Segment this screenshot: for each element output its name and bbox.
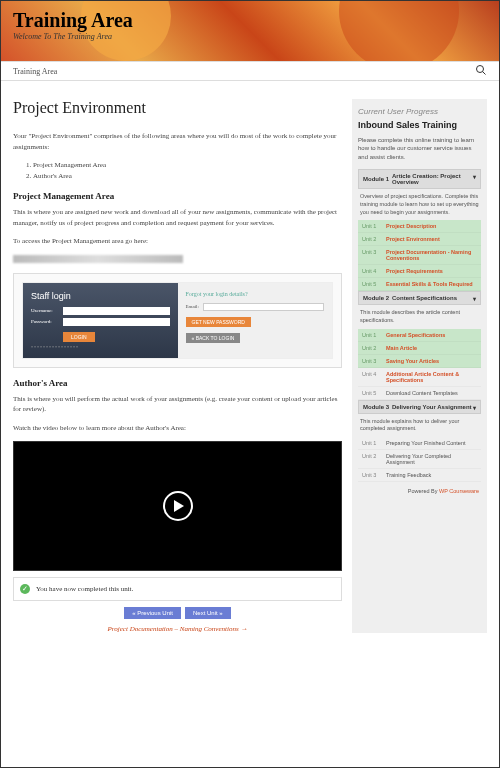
unit-row[interactable]: Unit 3Project Documentation - Naming Con…	[358, 246, 481, 265]
pma-text: This is where you are assigned new work …	[13, 207, 342, 228]
email-input[interactable]	[203, 303, 324, 311]
prev-unit-button[interactable]: « Previous Unit	[124, 607, 181, 619]
powered-link[interactable]: WP Courseware	[439, 488, 479, 494]
caret-icon: ▾	[473, 295, 476, 302]
staff-login-box: Staff login Username: Password: LOGIN * …	[13, 273, 342, 368]
module-desc: This module explains how to deliver your…	[358, 414, 481, 437]
module-header[interactable]: Module 2Content Specifications▾	[358, 291, 481, 305]
pma-access: To access the Project Management area go…	[13, 236, 342, 247]
page-title: Project Environment	[13, 99, 342, 117]
sidebar-label: Current User Progress	[358, 107, 481, 116]
module-desc: This module describes the article conten…	[358, 305, 481, 328]
play-icon[interactable]	[163, 491, 193, 521]
check-icon: ✓	[20, 584, 30, 594]
authors-text: This is where you will perform the actua…	[13, 394, 342, 415]
authors-watch: Watch the video below to learn more abou…	[13, 423, 342, 434]
main-content: Project Environment Your "Project Enviro…	[13, 99, 342, 633]
navbar-link[interactable]: Training Area	[13, 67, 57, 76]
course-intro: Please complete this online training to …	[358, 136, 481, 161]
forgot-panel: Forgot your login details? Email: GET NE…	[178, 283, 333, 358]
authors-heading: Author's Area	[13, 378, 342, 388]
login-button[interactable]: LOGIN	[63, 332, 95, 342]
username-label: Username:	[31, 308, 59, 313]
completion-text: You have now completed this unit.	[36, 585, 133, 593]
site-header: Training Area Welcome To The Training Ar…	[1, 1, 499, 61]
unit-row[interactable]: Unit 2Project Environment	[358, 233, 481, 246]
caret-icon: ▾	[473, 173, 476, 180]
area-list: Project Management Area Author's Area	[13, 160, 342, 181]
search-icon[interactable]	[475, 64, 487, 78]
username-input[interactable]	[63, 307, 170, 315]
unit-row[interactable]: Unit 4Additional Article Content & Speci…	[358, 368, 481, 387]
powered-by: Powered By WP Courseware	[358, 482, 481, 494]
get-password-button[interactable]: GET NEW PASSWORD	[186, 317, 251, 327]
site-title: Training Area	[13, 9, 487, 32]
svg-point-0	[477, 66, 484, 73]
staff-note: * * * * * * * * * * * * * * * *	[31, 345, 170, 350]
pma-link-redacted	[13, 255, 183, 263]
unit-row[interactable]: Unit 1General Specifications	[358, 329, 481, 342]
password-label: Password:	[31, 319, 59, 324]
email-label: Email:	[186, 304, 199, 309]
module-header[interactable]: Module 1Article Creation: Project Overvi…	[358, 169, 481, 189]
next-unit-button[interactable]: Next Unit »	[185, 607, 231, 619]
unit-row[interactable]: Unit 1Preparing Your Finished Content	[358, 437, 481, 450]
unit-row[interactable]: Unit 4Project Requirements	[358, 265, 481, 278]
video-player[interactable]	[13, 441, 342, 571]
back-button[interactable]: « BACK TO LOGIN	[186, 333, 241, 343]
forgot-link[interactable]: Forgot your login details?	[186, 291, 325, 297]
sidebar: Current User Progress Inbound Sales Trai…	[352, 99, 487, 633]
site-subtitle: Welcome To The Training Area	[13, 32, 487, 41]
completion-notice: ✓ You have now completed this unit.	[13, 577, 342, 601]
caret-icon: ▾	[473, 404, 476, 411]
unit-row[interactable]: Unit 3Saving Your Articles	[358, 355, 481, 368]
next-unit-link[interactable]: Project Documentation – Naming Conventio…	[13, 625, 342, 633]
unit-row[interactable]: Unit 2Main Article	[358, 342, 481, 355]
unit-row[interactable]: Unit 1Project Description	[358, 220, 481, 233]
unit-row[interactable]: Unit 2Delivering Your Completed Assignme…	[358, 450, 481, 469]
module-desc: Overview of project specifications. Comp…	[358, 189, 481, 220]
unit-row[interactable]: Unit 5Essential Skills & Tools Required	[358, 278, 481, 291]
staff-login-title: Staff login	[31, 291, 170, 301]
course-title: Inbound Sales Training	[358, 120, 481, 130]
svg-line-1	[483, 72, 486, 75]
unit-row[interactable]: Unit 3Training Feedback	[358, 469, 481, 482]
module-header[interactable]: Module 3Delivering Your Assignment▾	[358, 400, 481, 414]
pma-heading: Project Management Area	[13, 191, 342, 201]
intro-text: Your "Project Environment" comprises of …	[13, 131, 342, 152]
navbar: Training Area	[1, 61, 499, 81]
staff-login-panel: Staff login Username: Password: LOGIN * …	[23, 283, 178, 358]
password-input[interactable]	[63, 318, 170, 326]
unit-row[interactable]: Unit 5Download Content Templates	[358, 387, 481, 400]
